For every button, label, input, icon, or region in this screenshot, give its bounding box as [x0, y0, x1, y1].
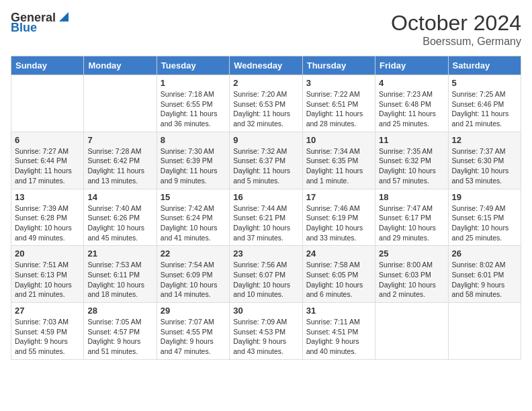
calendar-cell	[84, 75, 157, 132]
calendar-cell: 10Sunrise: 7:34 AM Sunset: 6:35 PM Dayli…	[302, 132, 375, 189]
day-detail: Sunrise: 7:30 AM Sunset: 6:39 PM Dayligh…	[161, 146, 226, 186]
title-section: October 2024 Boerssum, Germany	[391, 11, 521, 48]
calendar-header-monday: Monday	[84, 56, 157, 75]
day-detail: Sunrise: 7:22 AM Sunset: 6:51 PM Dayligh…	[306, 89, 371, 129]
day-number: 1	[161, 78, 226, 88]
calendar-cell: 22Sunrise: 7:54 AM Sunset: 6:09 PM Dayli…	[157, 246, 229, 303]
day-number: 18	[379, 192, 444, 202]
calendar-cell: 20Sunrise: 7:51 AM Sunset: 6:13 PM Dayli…	[11, 246, 84, 303]
calendar-cell: 4Sunrise: 7:23 AM Sunset: 6:48 PM Daylig…	[375, 75, 448, 132]
day-number: 21	[87, 248, 152, 259]
day-number: 30	[233, 306, 298, 316]
day-detail: Sunrise: 7:07 AM Sunset: 4:55 PM Dayligh…	[161, 317, 226, 357]
calendar-cell: 25Sunrise: 8:00 AM Sunset: 6:03 PM Dayli…	[375, 246, 448, 303]
calendar-cell: 11Sunrise: 7:35 AM Sunset: 6:32 PM Dayli…	[375, 132, 448, 189]
day-detail: Sunrise: 7:11 AM Sunset: 4:51 PM Dayligh…	[306, 317, 371, 357]
day-detail: Sunrise: 7:40 AM Sunset: 6:26 PM Dayligh…	[87, 203, 152, 243]
day-detail: Sunrise: 7:28 AM Sunset: 6:42 PM Dayligh…	[87, 146, 152, 186]
day-number: 26	[452, 248, 517, 259]
day-number: 13	[15, 192, 80, 202]
day-detail: Sunrise: 7:46 AM Sunset: 6:19 PM Dayligh…	[306, 203, 371, 243]
calendar-cell: 23Sunrise: 7:56 AM Sunset: 6:07 PM Dayli…	[230, 246, 302, 303]
calendar-week-row: 27Sunrise: 7:03 AM Sunset: 4:59 PM Dayli…	[11, 303, 521, 360]
day-detail: Sunrise: 7:09 AM Sunset: 4:53 PM Dayligh…	[233, 317, 298, 357]
calendar-cell: 15Sunrise: 7:42 AM Sunset: 6:24 PM Dayli…	[157, 189, 229, 246]
day-number: 4	[379, 78, 444, 88]
calendar-cell: 12Sunrise: 7:37 AM Sunset: 6:30 PM Dayli…	[448, 132, 521, 189]
day-detail: Sunrise: 7:47 AM Sunset: 6:17 PM Dayligh…	[379, 203, 444, 243]
calendar-cell: 19Sunrise: 7:49 AM Sunset: 6:15 PM Dayli…	[448, 189, 521, 246]
day-detail: Sunrise: 8:02 AM Sunset: 6:01 PM Dayligh…	[452, 260, 517, 300]
day-detail: Sunrise: 7:20 AM Sunset: 6:53 PM Dayligh…	[233, 89, 298, 129]
calendar-cell	[11, 75, 84, 132]
day-number: 31	[306, 306, 371, 316]
day-detail: Sunrise: 7:32 AM Sunset: 6:37 PM Dayligh…	[233, 146, 298, 186]
calendar-cell: 28Sunrise: 7:05 AM Sunset: 4:57 PM Dayli…	[84, 303, 157, 360]
day-number: 29	[161, 306, 226, 316]
calendar-cell: 2Sunrise: 7:20 AM Sunset: 6:53 PM Daylig…	[230, 75, 302, 132]
calendar-header-row: SundayMondayTuesdayWednesdayThursdayFrid…	[11, 56, 521, 75]
day-number: 16	[233, 192, 298, 202]
calendar-header-sunday: Sunday	[11, 56, 84, 75]
day-number: 19	[452, 192, 517, 202]
calendar-week-row: 13Sunrise: 7:39 AM Sunset: 6:28 PM Dayli…	[11, 189, 521, 246]
day-number: 22	[161, 248, 226, 259]
calendar-cell: 24Sunrise: 7:58 AM Sunset: 6:05 PM Dayli…	[302, 246, 375, 303]
calendar-cell	[448, 303, 521, 360]
day-detail: Sunrise: 7:58 AM Sunset: 6:05 PM Dayligh…	[306, 260, 371, 300]
calendar-cell: 14Sunrise: 7:40 AM Sunset: 6:26 PM Dayli…	[84, 189, 157, 246]
calendar-cell: 31Sunrise: 7:11 AM Sunset: 4:51 PM Dayli…	[302, 303, 375, 360]
day-number: 8	[161, 135, 226, 145]
calendar-cell: 27Sunrise: 7:03 AM Sunset: 4:59 PM Dayli…	[11, 303, 84, 360]
logo-blue-text: Blue	[11, 21, 37, 35]
day-number: 24	[306, 248, 371, 259]
day-detail: Sunrise: 7:39 AM Sunset: 6:28 PM Dayligh…	[15, 203, 80, 243]
calendar-week-row: 1Sunrise: 7:18 AM Sunset: 6:55 PM Daylig…	[11, 75, 521, 132]
calendar-header-friday: Friday	[375, 56, 448, 75]
day-detail: Sunrise: 7:54 AM Sunset: 6:09 PM Dayligh…	[161, 260, 226, 300]
day-detail: Sunrise: 7:23 AM Sunset: 6:48 PM Dayligh…	[379, 89, 444, 129]
day-number: 17	[306, 192, 371, 202]
day-number: 5	[452, 78, 517, 88]
calendar-header-tuesday: Tuesday	[157, 56, 229, 75]
calendar-header-thursday: Thursday	[302, 56, 375, 75]
day-number: 10	[306, 135, 371, 145]
day-detail: Sunrise: 7:18 AM Sunset: 6:55 PM Dayligh…	[161, 89, 226, 129]
calendar-week-row: 6Sunrise: 7:27 AM Sunset: 6:44 PM Daylig…	[11, 132, 521, 189]
day-number: 25	[379, 248, 444, 259]
day-number: 11	[379, 135, 444, 145]
day-number: 23	[233, 248, 298, 259]
calendar-cell: 5Sunrise: 7:25 AM Sunset: 6:46 PM Daylig…	[448, 75, 521, 132]
logo: General Blue	[11, 11, 69, 35]
day-number: 6	[15, 135, 80, 145]
day-detail: Sunrise: 7:53 AM Sunset: 6:11 PM Dayligh…	[87, 260, 152, 300]
calendar-cell: 6Sunrise: 7:27 AM Sunset: 6:44 PM Daylig…	[11, 132, 84, 189]
day-detail: Sunrise: 7:49 AM Sunset: 6:15 PM Dayligh…	[452, 203, 517, 243]
day-detail: Sunrise: 7:35 AM Sunset: 6:32 PM Dayligh…	[379, 146, 444, 186]
calendar-cell: 17Sunrise: 7:46 AM Sunset: 6:19 PM Dayli…	[302, 189, 375, 246]
day-detail: Sunrise: 7:42 AM Sunset: 6:24 PM Dayligh…	[161, 203, 226, 243]
month-title: October 2024	[391, 11, 521, 36]
calendar-week-row: 20Sunrise: 7:51 AM Sunset: 6:13 PM Dayli…	[11, 246, 521, 303]
day-number: 20	[15, 248, 80, 259]
day-number: 15	[161, 192, 226, 202]
calendar-cell: 29Sunrise: 7:07 AM Sunset: 4:55 PM Dayli…	[157, 303, 229, 360]
location-title: Boerssum, Germany	[391, 36, 521, 48]
day-number: 14	[87, 192, 152, 202]
svg-marker-0	[59, 12, 69, 21]
calendar-cell: 7Sunrise: 7:28 AM Sunset: 6:42 PM Daylig…	[84, 132, 157, 189]
calendar-cell: 26Sunrise: 8:02 AM Sunset: 6:01 PM Dayli…	[448, 246, 521, 303]
day-detail: Sunrise: 7:05 AM Sunset: 4:57 PM Dayligh…	[87, 317, 152, 357]
page-header: General Blue October 2024 Boerssum, Germ…	[11, 11, 521, 48]
calendar-header-wednesday: Wednesday	[230, 56, 302, 75]
calendar-cell	[375, 303, 448, 360]
day-number: 2	[233, 78, 298, 88]
day-detail: Sunrise: 7:34 AM Sunset: 6:35 PM Dayligh…	[306, 146, 371, 186]
day-number: 27	[15, 306, 80, 316]
day-number: 9	[233, 135, 298, 145]
day-detail: Sunrise: 7:25 AM Sunset: 6:46 PM Dayligh…	[452, 89, 517, 129]
calendar-cell: 13Sunrise: 7:39 AM Sunset: 6:28 PM Dayli…	[11, 189, 84, 246]
calendar-cell: 21Sunrise: 7:53 AM Sunset: 6:11 PM Dayli…	[84, 246, 157, 303]
day-number: 12	[452, 135, 517, 145]
calendar-cell: 1Sunrise: 7:18 AM Sunset: 6:55 PM Daylig…	[157, 75, 229, 132]
